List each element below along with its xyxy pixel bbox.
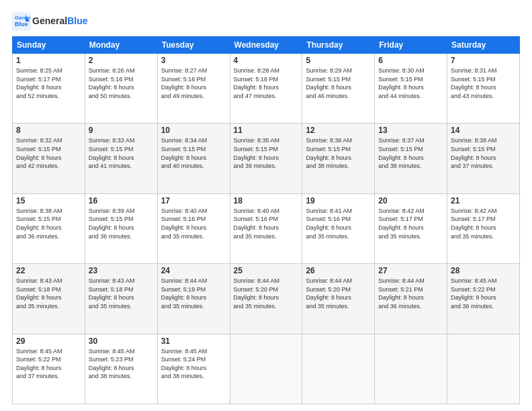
logo-line1: GeneralBlue bbox=[32, 16, 87, 26]
day-info: Sunrise: 8:42 AM Sunset: 5:17 PM Dayligh… bbox=[451, 207, 516, 240]
day-info: Sunrise: 8:45 AM Sunset: 5:24 PM Dayligh… bbox=[161, 347, 226, 381]
day-info: Sunrise: 8:37 AM Sunset: 5:15 PM Dayligh… bbox=[378, 136, 443, 170]
day-cell: 18Sunrise: 8:40 AM Sunset: 5:16 PM Dayli… bbox=[230, 193, 302, 263]
day-number: 2 bbox=[89, 56, 154, 65]
day-number: 26 bbox=[306, 266, 371, 275]
day-number: 3 bbox=[161, 56, 226, 65]
day-cell: 12Sunrise: 8:36 AM Sunset: 5:15 PM Dayli… bbox=[302, 124, 375, 193]
day-info: Sunrise: 8:28 AM Sunset: 5:16 PM Dayligh… bbox=[234, 66, 299, 100]
day-number: 28 bbox=[451, 266, 516, 275]
logo-icon: General Blue bbox=[12, 12, 31, 31]
day-cell: 27Sunrise: 8:44 AM Sunset: 5:21 PM Dayli… bbox=[375, 264, 447, 334]
day-cell: 19Sunrise: 8:41 AM Sunset: 5:16 PM Dayli… bbox=[302, 193, 375, 263]
day-info: Sunrise: 8:44 AM Sunset: 5:20 PM Dayligh… bbox=[234, 277, 299, 310]
day-cell bbox=[230, 334, 302, 404]
day-number: 14 bbox=[451, 126, 516, 135]
day-cell bbox=[447, 334, 520, 404]
day-info: Sunrise: 8:31 AM Sunset: 5:15 PM Dayligh… bbox=[451, 66, 516, 100]
weekday-header-saturday: Saturday bbox=[447, 37, 520, 54]
day-info: Sunrise: 8:43 AM Sunset: 5:18 PM Dayligh… bbox=[89, 277, 154, 310]
day-info: Sunrise: 8:27 AM Sunset: 5:16 PM Dayligh… bbox=[161, 66, 226, 100]
day-cell: 14Sunrise: 8:38 AM Sunset: 5:15 PM Dayli… bbox=[447, 124, 520, 193]
day-info: Sunrise: 8:36 AM Sunset: 5:15 PM Dayligh… bbox=[306, 136, 371, 170]
day-number: 7 bbox=[451, 56, 516, 65]
day-number: 9 bbox=[89, 126, 154, 135]
weekday-header-sunday: Sunday bbox=[13, 37, 85, 54]
day-cell: 4Sunrise: 8:28 AM Sunset: 5:16 PM Daylig… bbox=[230, 54, 302, 124]
day-cell: 21Sunrise: 8:42 AM Sunset: 5:17 PM Dayli… bbox=[447, 193, 520, 263]
day-number: 22 bbox=[16, 266, 81, 275]
day-number: 5 bbox=[306, 56, 371, 65]
logo-text: GeneralBlue bbox=[32, 16, 87, 26]
weekday-header-friday: Friday bbox=[375, 37, 447, 54]
week-row-5: 29Sunrise: 8:45 AM Sunset: 5:22 PM Dayli… bbox=[13, 334, 520, 404]
weekday-header-thursday: Thursday bbox=[302, 37, 375, 54]
svg-text:Blue: Blue bbox=[15, 21, 28, 28]
day-cell: 24Sunrise: 8:44 AM Sunset: 5:19 PM Dayli… bbox=[157, 264, 230, 334]
day-cell: 29Sunrise: 8:45 AM Sunset: 5:22 PM Dayli… bbox=[13, 334, 85, 404]
day-cell bbox=[302, 334, 375, 404]
day-cell: 30Sunrise: 8:45 AM Sunset: 5:23 PM Dayli… bbox=[85, 334, 157, 404]
day-info: Sunrise: 8:26 AM Sunset: 5:16 PM Dayligh… bbox=[89, 66, 154, 100]
day-number: 20 bbox=[378, 196, 443, 205]
day-cell: 7Sunrise: 8:31 AM Sunset: 5:15 PM Daylig… bbox=[447, 54, 520, 124]
day-info: Sunrise: 8:45 AM Sunset: 5:23 PM Dayligh… bbox=[89, 347, 154, 381]
day-cell: 2Sunrise: 8:26 AM Sunset: 5:16 PM Daylig… bbox=[85, 54, 157, 124]
header: General Blue GeneralBlue bbox=[12, 12, 520, 31]
day-info: Sunrise: 8:30 AM Sunset: 5:15 PM Dayligh… bbox=[378, 66, 443, 100]
day-info: Sunrise: 8:29 AM Sunset: 5:15 PM Dayligh… bbox=[306, 66, 371, 100]
day-number: 29 bbox=[16, 336, 81, 346]
calendar-table: SundayMondayTuesdayWednesdayThursdayFrid… bbox=[12, 36, 520, 404]
weekday-header-row: SundayMondayTuesdayWednesdayThursdayFrid… bbox=[13, 37, 520, 54]
page: General Blue GeneralBlue SundayMondayTue… bbox=[0, 0, 532, 411]
day-cell: 23Sunrise: 8:43 AM Sunset: 5:18 PM Dayli… bbox=[85, 264, 157, 334]
day-cell: 25Sunrise: 8:44 AM Sunset: 5:20 PM Dayli… bbox=[230, 264, 302, 334]
day-number: 30 bbox=[89, 336, 154, 346]
day-number: 19 bbox=[306, 196, 371, 205]
day-cell: 22Sunrise: 8:43 AM Sunset: 5:18 PM Dayli… bbox=[13, 264, 85, 334]
week-row-4: 22Sunrise: 8:43 AM Sunset: 5:18 PM Dayli… bbox=[13, 264, 520, 334]
weekday-header-tuesday: Tuesday bbox=[157, 37, 230, 54]
day-info: Sunrise: 8:39 AM Sunset: 5:15 PM Dayligh… bbox=[89, 207, 154, 240]
day-number: 10 bbox=[161, 126, 226, 135]
day-number: 21 bbox=[451, 196, 516, 205]
day-number: 27 bbox=[378, 266, 443, 275]
day-cell: 20Sunrise: 8:42 AM Sunset: 5:17 PM Dayli… bbox=[375, 193, 447, 263]
logo: General Blue GeneralBlue bbox=[12, 12, 87, 31]
day-number: 6 bbox=[378, 56, 443, 65]
day-info: Sunrise: 8:44 AM Sunset: 5:19 PM Dayligh… bbox=[161, 277, 226, 310]
day-info: Sunrise: 8:45 AM Sunset: 5:22 PM Dayligh… bbox=[16, 347, 81, 381]
day-number: 18 bbox=[234, 196, 299, 205]
day-info: Sunrise: 8:44 AM Sunset: 5:21 PM Dayligh… bbox=[378, 277, 443, 310]
day-cell: 28Sunrise: 8:45 AM Sunset: 5:22 PM Dayli… bbox=[447, 264, 520, 334]
day-info: Sunrise: 8:42 AM Sunset: 5:17 PM Dayligh… bbox=[378, 207, 443, 240]
day-cell: 3Sunrise: 8:27 AM Sunset: 5:16 PM Daylig… bbox=[157, 54, 230, 124]
day-cell: 11Sunrise: 8:35 AM Sunset: 5:15 PM Dayli… bbox=[230, 124, 302, 193]
day-number: 11 bbox=[234, 126, 299, 135]
day-cell: 9Sunrise: 8:33 AM Sunset: 5:15 PM Daylig… bbox=[85, 124, 157, 193]
day-number: 25 bbox=[234, 266, 299, 275]
day-number: 13 bbox=[378, 126, 443, 135]
day-number: 23 bbox=[89, 266, 154, 275]
day-cell bbox=[375, 334, 447, 404]
week-row-1: 1Sunrise: 8:25 AM Sunset: 5:17 PM Daylig… bbox=[13, 54, 520, 124]
day-number: 24 bbox=[161, 266, 226, 275]
day-info: Sunrise: 8:25 AM Sunset: 5:17 PM Dayligh… bbox=[16, 66, 81, 100]
day-number: 16 bbox=[89, 196, 154, 205]
day-cell: 17Sunrise: 8:40 AM Sunset: 5:16 PM Dayli… bbox=[157, 193, 230, 263]
day-info: Sunrise: 8:43 AM Sunset: 5:18 PM Dayligh… bbox=[16, 277, 81, 310]
day-info: Sunrise: 8:40 AM Sunset: 5:16 PM Dayligh… bbox=[161, 207, 226, 240]
day-cell: 10Sunrise: 8:34 AM Sunset: 5:15 PM Dayli… bbox=[157, 124, 230, 193]
day-info: Sunrise: 8:35 AM Sunset: 5:15 PM Dayligh… bbox=[234, 136, 299, 170]
day-cell: 31Sunrise: 8:45 AM Sunset: 5:24 PM Dayli… bbox=[157, 334, 230, 404]
day-cell: 16Sunrise: 8:39 AM Sunset: 5:15 PM Dayli… bbox=[85, 193, 157, 263]
weekday-header-wednesday: Wednesday bbox=[230, 37, 302, 54]
day-cell: 1Sunrise: 8:25 AM Sunset: 5:17 PM Daylig… bbox=[13, 54, 85, 124]
day-number: 15 bbox=[16, 196, 81, 205]
day-number: 12 bbox=[306, 126, 371, 135]
week-row-3: 15Sunrise: 8:38 AM Sunset: 5:15 PM Dayli… bbox=[13, 193, 520, 263]
day-info: Sunrise: 8:45 AM Sunset: 5:22 PM Dayligh… bbox=[451, 277, 516, 310]
week-row-2: 8Sunrise: 8:32 AM Sunset: 5:15 PM Daylig… bbox=[13, 124, 520, 193]
day-cell: 26Sunrise: 8:44 AM Sunset: 5:20 PM Dayli… bbox=[302, 264, 375, 334]
day-cell: 8Sunrise: 8:32 AM Sunset: 5:15 PM Daylig… bbox=[13, 124, 85, 193]
